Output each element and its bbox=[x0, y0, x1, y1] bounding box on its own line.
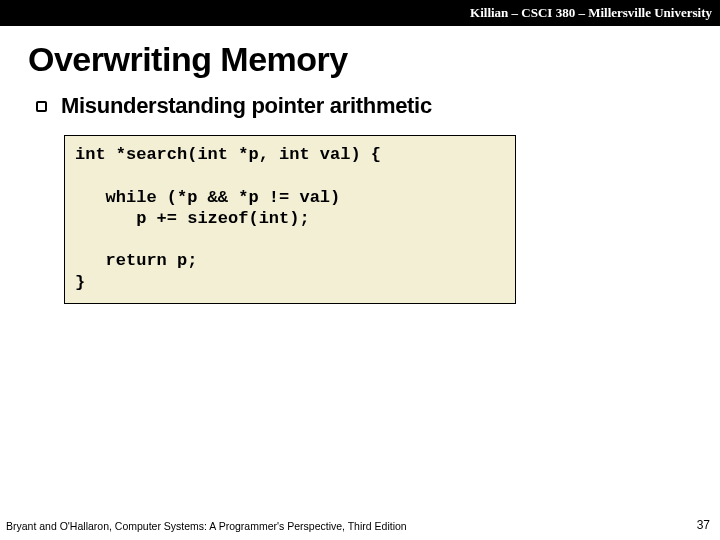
slide-title: Overwriting Memory bbox=[28, 40, 720, 79]
footer-citation: Bryant and O'Hallaron, Computer Systems:… bbox=[6, 520, 407, 532]
code-block: int *search(int *p, int val) { while (*p… bbox=[64, 135, 516, 304]
page-number: 37 bbox=[697, 518, 710, 532]
header-bar: Killian – CSCI 380 – Millersville Univer… bbox=[0, 0, 720, 26]
bullet-item: Misunderstanding pointer arithmetic bbox=[36, 93, 720, 119]
square-bullet-icon bbox=[36, 101, 47, 112]
bullet-text: Misunderstanding pointer arithmetic bbox=[61, 93, 432, 119]
header-course-text: Killian – CSCI 380 – Millersville Univer… bbox=[470, 5, 712, 21]
